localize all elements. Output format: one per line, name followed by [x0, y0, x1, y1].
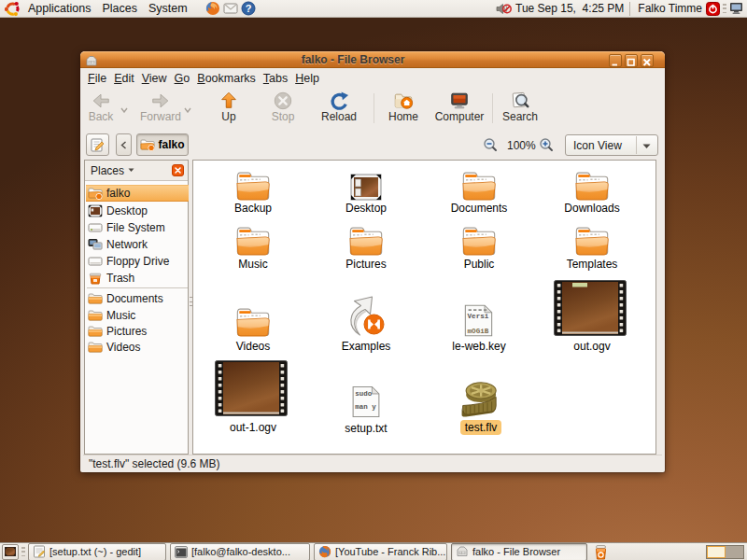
svg-text:?: ?	[245, 3, 251, 14]
svg-text:sudo: sudo	[355, 390, 372, 398]
svg-text:man y: man y	[355, 403, 376, 411]
svg-text:Versi: Versi	[468, 313, 489, 320]
svg-text:mOGiB: mOGiB	[468, 328, 489, 335]
